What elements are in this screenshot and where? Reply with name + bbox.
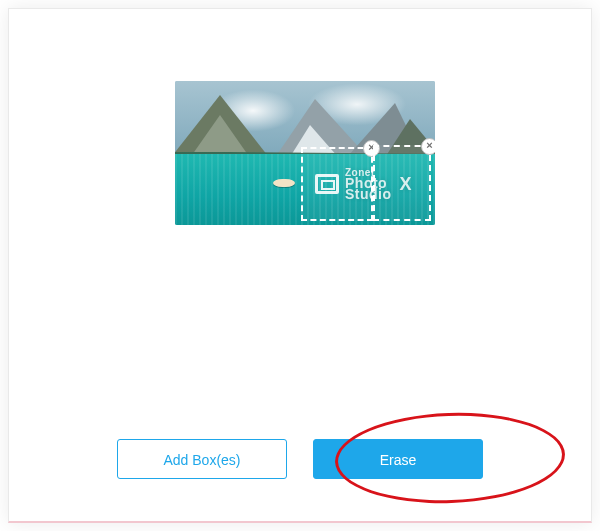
- selection-box[interactable]: ×: [373, 145, 431, 221]
- close-icon[interactable]: ×: [421, 138, 435, 155]
- add-boxes-button[interactable]: Add Box(es): [117, 439, 287, 479]
- button-row: Add Box(es) Erase: [9, 439, 591, 479]
- image-preview[interactable]: Zoner Photo Studio X × ×: [175, 81, 435, 225]
- app-panel: Zoner Photo Studio X × × Add Box(es) Era…: [8, 8, 592, 523]
- selection-box[interactable]: ×: [301, 147, 373, 221]
- boat: [273, 179, 295, 187]
- erase-button[interactable]: Erase: [313, 439, 483, 479]
